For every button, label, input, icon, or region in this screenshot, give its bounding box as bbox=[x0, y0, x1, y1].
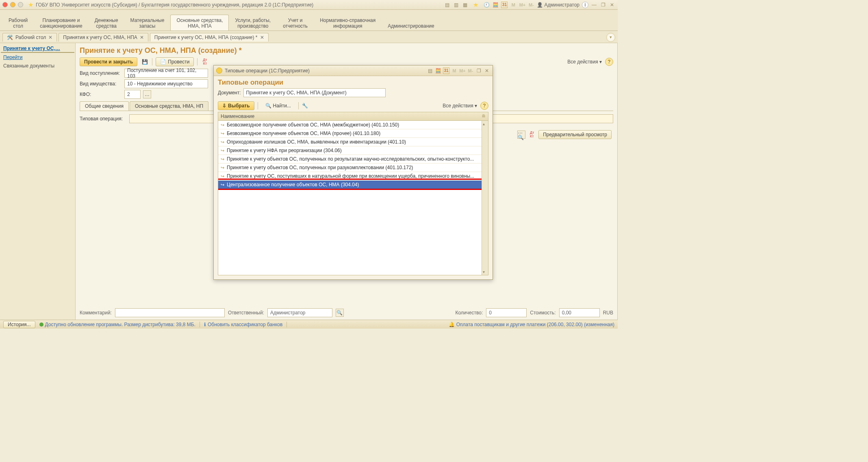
doctab-desktop[interactable]: 🛠️ Рабочий стол ✕ bbox=[2, 33, 57, 41]
section-materials[interactable]: Материальные запасы bbox=[124, 15, 171, 31]
section-reference[interactable]: Нормативно-справочная информация bbox=[314, 15, 382, 31]
lookup-button[interactable]: …🔍 bbox=[517, 131, 525, 139]
mem-m[interactable]: M bbox=[510, 2, 516, 8]
kfo-lookup-button[interactable]: … bbox=[143, 90, 151, 98]
calc-icon[interactable]: 🧮 bbox=[492, 2, 499, 8]
list-item[interactable]: ↪Принятие к учету НФА при реорганизации … bbox=[218, 146, 488, 155]
clock-icon[interactable]: 🕘 bbox=[483, 2, 490, 8]
dtkt-icon-2[interactable]: Дт Кт bbox=[528, 131, 536, 139]
save-icon[interactable]: 💾 bbox=[141, 58, 149, 66]
nav-forward-icon[interactable]: ▾ bbox=[606, 33, 615, 42]
status-banks[interactable]: ℹОбновить классификатор банков bbox=[204, 322, 282, 327]
close-icon[interactable]: ✕ bbox=[260, 35, 264, 40]
close-icon[interactable]: ✕ bbox=[48, 35, 52, 40]
win-close-icon[interactable]: ✕ bbox=[609, 2, 615, 8]
section-fixed-assets[interactable]: Основные средства, НМА, НПА bbox=[170, 15, 229, 31]
modal-doc-label: Документ: bbox=[218, 90, 241, 96]
section-services[interactable]: Услуги, работы, производство bbox=[229, 15, 277, 31]
calendar-icon[interactable]: 31 bbox=[501, 2, 508, 8]
modal-doc-field[interactable]: Принятие к учету ОС, НМА, НПА (Документ) bbox=[243, 88, 386, 97]
modal-mem-mplus[interactable]: M+ bbox=[459, 68, 466, 74]
modal-calendar-icon[interactable]: 31 bbox=[443, 68, 449, 74]
item-icon: ↪ bbox=[221, 131, 224, 136]
clear-filter-icon[interactable]: 🔧 bbox=[302, 102, 308, 109]
sidebar-related-docs[interactable]: Связанные документы bbox=[1, 62, 74, 70]
modal-tool-1[interactable]: ▤ bbox=[427, 68, 433, 74]
status-update[interactable]: Доступно обновление программы. Размер ди… bbox=[39, 322, 195, 327]
favorite-icon[interactable]: ★ bbox=[28, 1, 33, 9]
section-planning[interactable]: Планирование и санкционирование bbox=[34, 15, 88, 31]
toolbar-icon-1[interactable]: ▤ bbox=[444, 2, 450, 8]
receipt-type-field[interactable]: Поступление на счет 101, 102, 103 bbox=[124, 69, 208, 78]
modal-close-icon[interactable]: ✕ bbox=[484, 68, 490, 74]
list-item[interactable]: ↪Принятие к учету объектов ОС, полученны… bbox=[218, 155, 488, 163]
close-icon[interactable]: ✕ bbox=[140, 35, 144, 40]
mac-close-icon[interactable] bbox=[2, 2, 8, 7]
qty-field[interactable]: 0 bbox=[486, 308, 527, 317]
modal-typical-operations: Типовые операции (1С:Предприятие) ▤ 🧮 31… bbox=[213, 65, 493, 280]
find-button[interactable]: 🔍 Найти... bbox=[261, 102, 295, 110]
modal-mem-mminus[interactable]: M- bbox=[467, 68, 474, 74]
post-and-close-button[interactable]: Провести и закрыть bbox=[80, 57, 137, 66]
modal-help-icon[interactable]: ? bbox=[480, 102, 488, 110]
currency-label: RUB bbox=[603, 310, 613, 316]
cost-label: Стоимость: bbox=[530, 310, 556, 316]
list-item[interactable]: ↪Безвозмездное получение объектов ОС, НМ… bbox=[218, 121, 488, 129]
section-admin[interactable]: Администрирование bbox=[382, 20, 440, 31]
section-accounting[interactable]: Учет и отчетность bbox=[277, 15, 314, 31]
doctab-list[interactable]: Принятия к учету ОС, НМА, НПА ✕ bbox=[59, 33, 148, 41]
modal-restore-icon[interactable]: ❐ bbox=[475, 68, 482, 74]
qty-label: Количество: bbox=[455, 310, 483, 316]
list-item[interactable]: ↪Принятие к учету ОС, поступивших в нату… bbox=[218, 172, 488, 181]
modal-mem-m[interactable]: M bbox=[451, 68, 458, 74]
sort-icon[interactable]: ≞ bbox=[482, 113, 486, 119]
doctab-label: Принятия к учету ОС, НМА, НПА bbox=[63, 35, 137, 40]
item-text: Принятие к учету объектов ОС, полученных… bbox=[227, 156, 474, 162]
section-cash[interactable]: Денежные средства bbox=[89, 15, 124, 31]
list-item[interactable]: ↪Оприходование излишков ОС, НМА, выявлен… bbox=[218, 138, 488, 146]
comment-field[interactable] bbox=[115, 308, 225, 317]
mac-min-icon[interactable] bbox=[10, 2, 15, 7]
responsible-field[interactable]: Администратор bbox=[267, 308, 332, 317]
mem-mminus[interactable]: M- bbox=[528, 2, 534, 8]
modal-all-actions[interactable]: Все действия ▾ bbox=[443, 103, 477, 109]
titlebar: ★ ГОБУ ВПО Университет искусств (Субсиди… bbox=[0, 0, 618, 10]
item-icon: ↪ bbox=[221, 157, 224, 162]
responsible-lookup-button[interactable]: 🔍 bbox=[336, 309, 344, 317]
preview-button[interactable]: Предварительный просмотр bbox=[538, 130, 612, 139]
content-footer: Комментарий: Ответственный: Администрато… bbox=[80, 308, 613, 317]
tab-assets[interactable]: Основные средства, НМА, НП bbox=[130, 101, 208, 111]
cost-field[interactable]: 0,00 bbox=[559, 308, 600, 317]
select-button[interactable]: ⇩ Выбрать bbox=[218, 101, 254, 110]
post-label: Провести bbox=[168, 59, 189, 65]
current-user[interactable]: Администратор bbox=[537, 2, 579, 8]
favorite2-icon[interactable]: ★ bbox=[473, 1, 478, 9]
doctab-new-document[interactable]: Принятие к учету ОС, НМА, НПА (создание)… bbox=[150, 33, 269, 41]
all-actions-menu[interactable]: Все действия ▾ bbox=[567, 59, 602, 65]
dtkt-icon[interactable]: Дт Кт bbox=[201, 58, 209, 66]
tab-general[interactable]: Общие сведения bbox=[80, 101, 129, 111]
win-restore-icon[interactable]: ❐ bbox=[600, 2, 606, 8]
mac-max-icon[interactable] bbox=[18, 2, 23, 7]
list-item[interactable]: ↪Принятие к учету объектов ОС, полученны… bbox=[218, 163, 488, 172]
post-button[interactable]: 📄 Провести bbox=[156, 57, 194, 66]
status-payments[interactable]: 🔔Оплата поставщикам и другие платежи (20… bbox=[449, 322, 614, 327]
modal-calc-icon[interactable]: 🧮 bbox=[435, 68, 441, 74]
mem-mplus[interactable]: M+ bbox=[519, 2, 525, 8]
item-text: Безвозмездное получение объектов ОС, НМА… bbox=[227, 122, 399, 128]
asset-type-field[interactable]: 10 - Недвижимое имущество bbox=[124, 79, 208, 88]
list-scrollbar[interactable] bbox=[482, 121, 488, 275]
list-item[interactable]: ↪Безвозмездное получение объектов ОС, НМ… bbox=[218, 129, 488, 138]
status-banks-text: Обновить классификатор банков bbox=[208, 322, 282, 327]
list-header[interactable]: Наименование ≞ bbox=[218, 112, 488, 121]
toolbar-icon-3[interactable]: ▦ bbox=[462, 2, 468, 8]
info-icon[interactable]: i bbox=[582, 2, 588, 8]
win-min-icon[interactable]: — bbox=[591, 2, 597, 8]
list-item-selected[interactable]: ↪Централизованное получение объектов ОС,… bbox=[218, 181, 488, 189]
help-icon[interactable]: ? bbox=[605, 58, 613, 66]
section-desktop[interactable]: Рабочий стол bbox=[2, 15, 34, 31]
toolbar-icon-2[interactable]: ▥ bbox=[453, 2, 459, 8]
kfo-field[interactable]: 2 bbox=[124, 90, 141, 99]
history-button[interactable]: История... bbox=[3, 321, 35, 328]
sidebar-go-link[interactable]: Перейти bbox=[1, 53, 74, 62]
